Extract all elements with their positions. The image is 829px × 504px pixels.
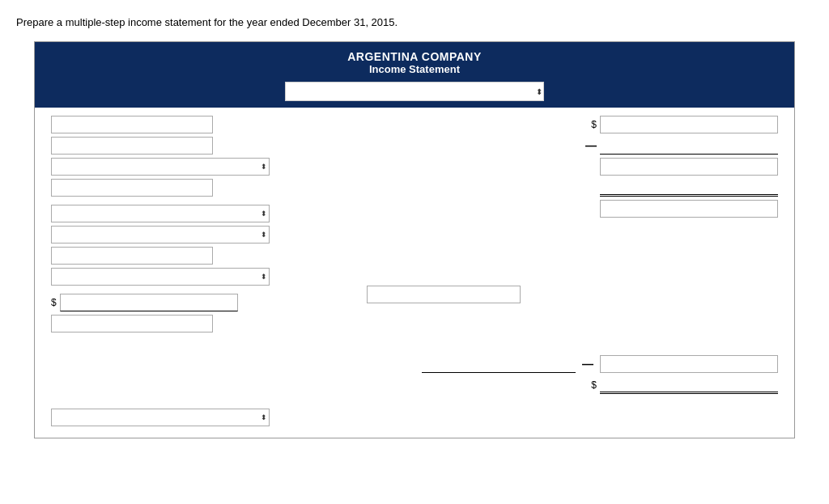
right-input-3[interactable] — [600, 200, 778, 218]
bottom-left-input[interactable] — [422, 355, 576, 373]
center-field-row — [367, 286, 778, 303]
right-input-1[interactable] — [600, 116, 778, 133]
left-select-6[interactable] — [51, 226, 270, 244]
left-dollar-row: $ — [51, 294, 286, 311]
left-row-7 — [51, 247, 286, 265]
right-top-row: $ — [302, 116, 778, 133]
right-double-underline-row — [302, 179, 778, 197]
left-select-8[interactable] — [51, 268, 270, 286]
left-input-7[interactable] — [51, 247, 213, 265]
left-row-2 — [51, 137, 286, 155]
right-dash-icon: — — [585, 139, 597, 152]
bottom-dash-icon: — — [582, 358, 593, 371]
right-plain-row-1 — [302, 158, 778, 176]
left-row-4 — [51, 179, 286, 197]
final-dollar-input[interactable] — [600, 376, 778, 394]
bottom-two-col-row: — — [302, 355, 778, 373]
final-dollar-sign: $ — [591, 379, 597, 391]
left-dollar-input[interactable] — [60, 294, 238, 311]
right-input-2[interactable] — [600, 158, 778, 176]
left-input-10[interactable] — [51, 315, 213, 332]
center-input[interactable] — [367, 286, 521, 303]
left-row-8 — [51, 268, 286, 286]
right-column: $ — — [286, 116, 778, 397]
left-row-3 — [51, 158, 286, 176]
left-row-6 — [51, 226, 286, 244]
left-row-10 — [51, 315, 286, 332]
right-double-underline-input[interactable] — [600, 179, 778, 197]
date-select-wrapper[interactable]: ⬍ — [285, 82, 544, 101]
left-input-4[interactable] — [51, 179, 213, 197]
bottom-right-input[interactable] — [600, 355, 778, 373]
statement-container: ARGENTINA COMPANY Income Statement ⬍ — [34, 41, 795, 438]
statement-title: Income Statement — [35, 63, 794, 75]
bottom-select[interactable] — [51, 409, 270, 426]
company-name: ARGENTINA COMPANY — [35, 50, 794, 63]
left-dollar-sign: $ — [51, 297, 57, 308]
date-select[interactable] — [285, 82, 544, 101]
body-area: $ $ — — [35, 108, 794, 409]
right-dash-row: — — [302, 137, 778, 155]
left-row-1 — [51, 116, 286, 133]
instruction-text: Prepare a multiple-step income statement… — [16, 16, 813, 28]
header-bar: ARGENTINA COMPANY Income Statement — [35, 42, 794, 82]
left-input-2[interactable] — [51, 137, 213, 155]
header-date-row: ⬍ — [35, 82, 794, 108]
right-plain-row-2 — [302, 200, 778, 218]
right-dollar-sign-1: $ — [591, 119, 597, 130]
left-select-5[interactable] — [51, 205, 270, 222]
final-dollar-row: $ — [302, 376, 778, 394]
left-column: $ — [51, 116, 286, 397]
left-select-3[interactable] — [51, 158, 270, 176]
left-input-1[interactable] — [51, 116, 213, 133]
right-underline-input-1[interactable] — [600, 137, 778, 155]
left-row-5 — [51, 205, 286, 222]
bottom-select-row — [35, 409, 794, 438]
